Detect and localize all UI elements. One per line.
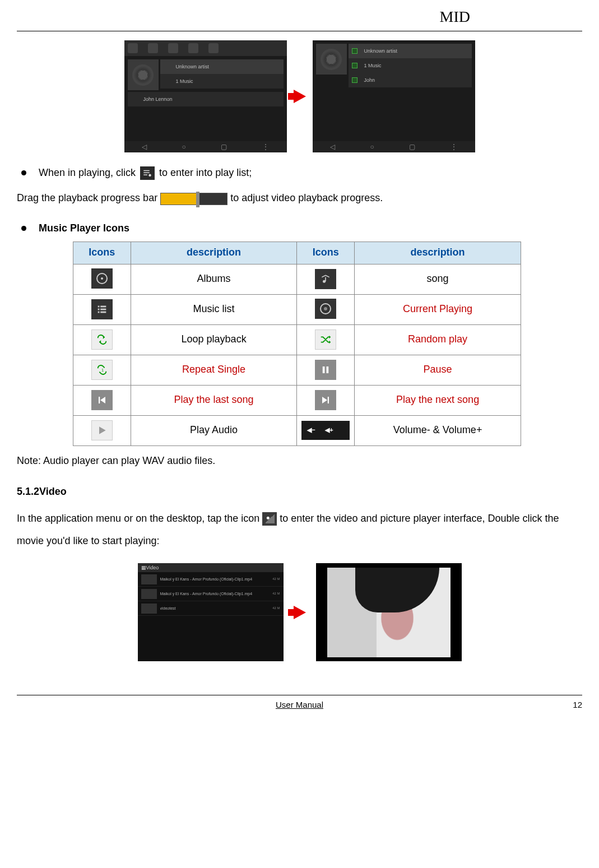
- volume-down-icon: ◀−: [303, 422, 319, 439]
- bullet-playing: When in playing, click to enter into pla…: [17, 166, 582, 180]
- table-header: description: [131, 242, 297, 264]
- text: In the application menu or on the deskto…: [17, 513, 259, 524]
- table-cell: Random play: [355, 324, 521, 355]
- list-item: Unknown artist: [349, 44, 472, 58]
- drag-line: Drag the playback progress bar to adjust…: [17, 188, 582, 208]
- table-header: description: [355, 242, 521, 264]
- random-icon: [315, 329, 336, 350]
- svg-rect-12: [98, 312, 100, 313]
- table-cell: Play the last song: [131, 385, 297, 415]
- arrow-right-icon: [294, 606, 306, 619]
- table-row: Play Audio ◀− ◀+ Volume- & Volume+: [73, 415, 521, 445]
- bullet-icon: [21, 226, 26, 231]
- play-audio-icon: [91, 420, 113, 440]
- volume-icons: ◀− ◀+: [301, 421, 350, 440]
- gallery-icon: [262, 512, 277, 526]
- svg-rect-9: [100, 306, 106, 308]
- current-playing-icon: [315, 299, 336, 319]
- pause-icon: [315, 360, 336, 380]
- next-song-icon: [315, 390, 336, 410]
- svg-rect-11: [100, 309, 106, 310]
- progress-bar-icon: [160, 193, 227, 205]
- svg-point-5: [101, 277, 103, 280]
- text: to enter into play list;: [159, 166, 252, 180]
- list-item: 1 Music: [349, 58, 472, 73]
- album-art-icon: [316, 44, 347, 75]
- video-heading: 5.1.2Video: [17, 485, 582, 499]
- svg-rect-2: [143, 174, 147, 175]
- loop-icon: [91, 329, 113, 350]
- music-screenshot-right: Unknown artist 1 Music John ◁○▢⋮: [313, 40, 475, 152]
- list-item: John Lennon: [128, 92, 284, 106]
- table-row: Albums song: [73, 264, 521, 294]
- table-row: 1 Repeat Single Pause: [73, 355, 521, 385]
- tab-song-icon: [168, 43, 178, 53]
- svg-rect-18: [327, 366, 329, 373]
- music-list-icon: [91, 299, 113, 319]
- table-cell: Current Playing: [355, 294, 521, 324]
- note-text: Note: Audio player can play WAV audio fi…: [17, 454, 582, 468]
- table-row: Music list Current Playing: [73, 294, 521, 324]
- table-cell: Repeat Single: [131, 355, 297, 385]
- text: When in playing, click: [39, 166, 136, 180]
- table-cell: Music list: [131, 294, 297, 324]
- table-cell: Albums: [131, 264, 297, 294]
- tab-list-icon: [188, 43, 198, 53]
- album-art-icon: [128, 59, 159, 90]
- nav-bar: ◁○▢⋮: [124, 141, 287, 152]
- video-list-title: ▦ Video: [138, 563, 284, 572]
- svg-point-3: [148, 174, 151, 177]
- playlist-icon: [140, 166, 155, 180]
- tab-artist-icon: [128, 43, 138, 53]
- page-number: 12: [573, 699, 582, 711]
- list-item: Maikol y El Kans - Amor Profundo (Oficia…: [138, 587, 284, 601]
- volume-up-icon: ◀+: [321, 422, 337, 439]
- svg-rect-8: [98, 306, 100, 308]
- list-item: 1 Music: [160, 74, 284, 89]
- svg-rect-10: [98, 309, 100, 310]
- list-item: Maikol y El Kans - Amor Profundo (Oficia…: [138, 572, 284, 587]
- svg-rect-1: [143, 172, 150, 173]
- section-heading: Music Player Icons: [39, 221, 129, 235]
- svg-text:1: 1: [101, 368, 104, 373]
- svg-rect-7: [326, 277, 327, 282]
- table-header: Icons: [73, 242, 131, 264]
- bullet-music-icons: Music Player Icons: [17, 221, 582, 235]
- svg-rect-19: [99, 397, 100, 403]
- list-item: Unknown artist: [160, 59, 284, 74]
- repeat-single-icon: 1: [91, 360, 113, 380]
- albums-icon: [91, 268, 113, 289]
- table-cell: Loop playback: [131, 324, 297, 355]
- music-screenshot-left: Unknown artist 1 Music John Lennon ◁○▢⋮: [124, 40, 287, 152]
- text: Drag the playback progress bar: [17, 192, 157, 203]
- table-cell: Pause: [355, 355, 521, 385]
- music-screenshots: Unknown artist 1 Music John Lennon ◁○▢⋮ …: [17, 40, 582, 152]
- text: to adjust video playback progress.: [230, 192, 383, 203]
- bullet-icon: [21, 170, 26, 175]
- table-header: Icons: [297, 242, 355, 264]
- table-cell: Volume- & Volume+: [355, 415, 521, 445]
- svg-point-15: [324, 307, 327, 310]
- footer-title: User Manual: [17, 699, 582, 711]
- tab-now-icon: [208, 43, 219, 53]
- svg-rect-20: [328, 397, 329, 403]
- prev-song-icon: [91, 390, 113, 410]
- video-screenshots: ▦ Video Maikol y El Kans - Amor Profundo…: [17, 563, 582, 661]
- music-icons-table: Icons description Icons description Albu…: [73, 242, 521, 446]
- list-item: videotest42 M: [138, 601, 284, 616]
- song-icon: [315, 269, 336, 289]
- table-row: Loop playback Random play: [73, 324, 521, 355]
- table-cell: song: [355, 264, 521, 294]
- svg-rect-0: [143, 170, 150, 171]
- table-row: Play the last song Play the next song: [73, 385, 521, 415]
- video-paragraph: In the application menu or on the deskto…: [17, 508, 582, 552]
- svg-rect-17: [323, 366, 325, 373]
- table-cell: Play Audio: [131, 415, 297, 445]
- footer: User Manual 12: [17, 695, 582, 712]
- video-playing-screenshot: [316, 563, 462, 661]
- header-rule: [17, 31, 582, 31]
- video-frame-image: [327, 568, 451, 657]
- header-title: MID: [17, 6, 582, 31]
- table-cell: Play the next song: [355, 385, 521, 415]
- video-list-screenshot: ▦ Video Maikol y El Kans - Amor Profundo…: [138, 563, 284, 661]
